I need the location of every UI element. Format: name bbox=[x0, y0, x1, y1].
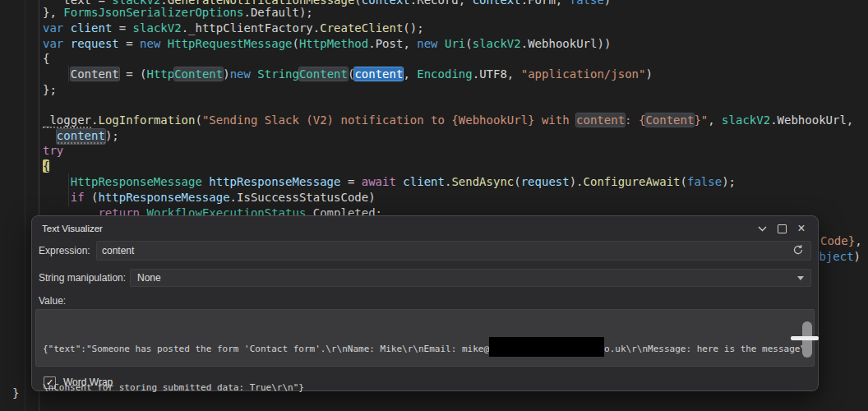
gutter-divider bbox=[25, 0, 25, 411]
code-line: { bbox=[43, 159, 49, 174]
scrollbar-grip[interactable] bbox=[791, 336, 819, 340]
code-line: }; bbox=[43, 82, 57, 98]
code-line: var client = slackV2._httpClientFactory.… bbox=[43, 21, 424, 36]
code-line: try bbox=[43, 143, 63, 159]
code-line: object) bbox=[812, 249, 861, 265]
dialog-titlebar[interactable]: Text Visualizer × bbox=[32, 216, 818, 238]
collapse-button[interactable] bbox=[752, 221, 772, 236]
value-textarea[interactable]: {"text":"Someone has posted the form 'Co… bbox=[35, 309, 815, 367]
redaction-box bbox=[489, 337, 604, 357]
expression-label: Expression: bbox=[39, 245, 90, 256]
dropdown-caret-icon bbox=[797, 276, 804, 280]
code-line: Code}, bbox=[820, 233, 862, 249]
code-line: }, FormsJsonSerializerOptions.Default); bbox=[43, 5, 313, 21]
text-visualizer-dialog: Text Visualizer × Expression: content bbox=[31, 215, 819, 391]
close-icon: × bbox=[797, 223, 805, 234]
code-line: Content = (HttpContent)new StringContent… bbox=[43, 67, 653, 82]
value-line-2: \nConsent for storing submitted data: Tr… bbox=[43, 381, 807, 394]
refresh-icon bbox=[792, 244, 804, 258]
code-line: _logger.LogInformation("Sending Slack (V… bbox=[43, 113, 853, 128]
value-label: Value: bbox=[39, 295, 818, 307]
code-line: HttpResponseMessage httpResponseMessage … bbox=[43, 174, 736, 190]
code-line: { bbox=[43, 51, 49, 67]
string-manipulation-dropdown[interactable]: None bbox=[130, 269, 811, 287]
chevron-down-icon bbox=[758, 223, 767, 234]
string-manipulation-label: String manipulation: bbox=[39, 272, 123, 284]
code-line: if (httpResponseMessage.IsSuccessStatusC… bbox=[43, 190, 376, 206]
code-line: } bbox=[12, 386, 19, 401]
maximize-button[interactable] bbox=[772, 221, 792, 236]
code-line: content); bbox=[43, 128, 119, 144]
expression-value: content bbox=[102, 245, 791, 256]
expression-input[interactable]: content bbox=[96, 241, 811, 261]
maximize-icon bbox=[778, 224, 787, 233]
string-manipulation-value: None bbox=[137, 272, 797, 284]
value-line-1: {"text":"Someone has posted the form 'Co… bbox=[43, 337, 807, 357]
refresh-button[interactable] bbox=[791, 243, 806, 258]
dialog-title: Text Visualizer bbox=[42, 224, 752, 233]
code-line: var request = new HttpRequestMessage(Htt… bbox=[43, 36, 611, 52]
close-button[interactable]: × bbox=[792, 221, 811, 236]
